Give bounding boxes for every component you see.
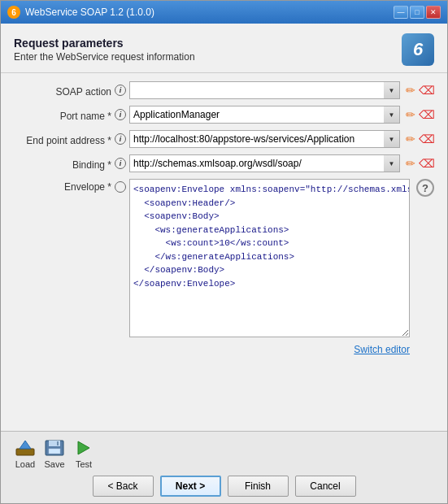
port-name-clear-button[interactable]: ⌫: [420, 107, 434, 122]
binding-clear-button[interactable]: ⌫: [420, 156, 434, 171]
endpoint-info-icon[interactable]: i: [115, 133, 126, 145]
title-bar: 6 WebService SOAP 1.2 (1.0.0) — □ ✕: [1, 1, 447, 24]
endpoint-combo: ▼: [129, 130, 400, 148]
endpoint-input[interactable]: [129, 130, 400, 148]
envelope-label: Envelope *: [14, 179, 111, 193]
next-button[interactable]: Next >: [160, 476, 221, 497]
toolbar-save[interactable]: Save: [43, 438, 66, 469]
binding-info-icon[interactable]: i: [115, 158, 126, 169]
envelope-wrap: <soapenv:Envelope xmlns:soapenv="http://…: [129, 179, 410, 337]
soap-action-label: SOAP action: [14, 84, 111, 98]
endpoint-row: End point address * i ▼ ✏ ⌫: [14, 130, 434, 148]
envelope-textarea[interactable]: <soapenv:Envelope xmlns:soapenv="http://…: [129, 179, 410, 337]
envelope-info-icon: [115, 181, 126, 193]
header-section: Request parameters Enter the WebService …: [1, 24, 447, 73]
minimize-button[interactable]: —: [394, 6, 408, 19]
page-title: Request parameters: [14, 37, 195, 50]
soap-action-input[interactable]: [129, 81, 400, 99]
soap-action-edit-button[interactable]: ✏: [403, 83, 418, 98]
toolbar-load[interactable]: Load: [14, 438, 37, 469]
save-icon: [43, 438, 66, 458]
soap-action-actions: ✏ ⌫: [403, 83, 434, 98]
envelope-row: Envelope * <soapenv:Envelope xmlns:soape…: [14, 179, 434, 337]
port-name-label: Port name *: [14, 108, 111, 122]
title-bar-left: 6 WebService SOAP 1.2 (1.0.0): [7, 6, 154, 19]
cancel-button[interactable]: Cancel: [295, 476, 356, 497]
envelope-help-icon[interactable]: ?: [416, 179, 434, 197]
window-controls: — □ ✕: [394, 6, 441, 19]
binding-combo: ▼: [129, 154, 400, 172]
soap-action-clear-button[interactable]: ⌫: [420, 83, 434, 98]
port-name-row: Port name * i ▼ ✏ ⌫: [14, 106, 434, 124]
svg-rect-0: [16, 449, 34, 455]
finish-button[interactable]: Finish: [228, 476, 289, 497]
footer-section: Load Save: [1, 431, 447, 503]
window-title: WebService SOAP 1.2 (1.0.0): [25, 7, 154, 18]
back-button[interactable]: < Back: [93, 476, 154, 497]
port-name-combo: ▼: [129, 106, 400, 124]
soap-action-dropdown-arrow[interactable]: ▼: [384, 81, 400, 99]
binding-dropdown-arrow[interactable]: ▼: [384, 154, 400, 172]
binding-label: Binding *: [14, 157, 111, 171]
soap-action-combo: ▼: [129, 81, 400, 99]
test-icon: [72, 438, 95, 458]
header-text: Request parameters Enter the WebService …: [14, 37, 195, 63]
maximize-button[interactable]: □: [410, 6, 424, 19]
soap-action-row: SOAP action i ▼ ✏ ⌫: [14, 81, 434, 99]
port-name-info-icon[interactable]: i: [115, 109, 126, 120]
port-name-actions: ✏ ⌫: [403, 107, 434, 122]
form-section: SOAP action i ▼ ✏ ⌫ Port name * i ▼: [1, 73, 447, 431]
page-subtitle: Enter the WebService request information: [14, 51, 195, 63]
close-button[interactable]: ✕: [426, 6, 441, 19]
endpoint-clear-button[interactable]: ⌫: [420, 132, 434, 146]
button-row: < Back Next > Finish Cancel: [14, 476, 434, 497]
port-name-input[interactable]: [129, 106, 400, 124]
main-window: 6 WebService SOAP 1.2 (1.0.0) — □ ✕ Requ…: [0, 0, 448, 504]
binding-actions: ✏ ⌫: [403, 156, 434, 171]
svg-marker-6: [78, 441, 89, 454]
content-area: Request parameters Enter the WebService …: [1, 24, 447, 503]
svg-rect-5: [57, 441, 59, 445]
toolbar-row: Load Save: [14, 438, 434, 469]
port-name-edit-button[interactable]: ✏: [403, 107, 418, 122]
test-label: Test: [76, 459, 92, 469]
save-label: Save: [44, 459, 64, 469]
binding-row: Binding * i ▼ ✏ ⌫: [14, 154, 434, 172]
header-logo: 6: [402, 33, 434, 66]
endpoint-actions: ✏ ⌫: [403, 132, 434, 146]
svg-rect-4: [49, 449, 60, 454]
endpoint-edit-button[interactable]: ✏: [403, 132, 418, 146]
endpoint-dropdown-arrow[interactable]: ▼: [384, 130, 400, 148]
endpoint-label: End point address *: [14, 133, 111, 146]
load-icon: [14, 438, 37, 458]
soap-action-info-icon[interactable]: i: [115, 85, 126, 96]
switch-editor-row: Switch editor: [14, 344, 434, 355]
svg-marker-1: [20, 441, 31, 449]
switch-editor-link[interactable]: Switch editor: [354, 344, 410, 355]
toolbar-test[interactable]: Test: [72, 438, 95, 469]
load-label: Load: [15, 459, 35, 469]
binding-input[interactable]: [129, 154, 400, 172]
binding-edit-button[interactable]: ✏: [403, 156, 418, 171]
app-icon: 6: [7, 6, 20, 19]
port-name-dropdown-arrow[interactable]: ▼: [384, 106, 400, 124]
